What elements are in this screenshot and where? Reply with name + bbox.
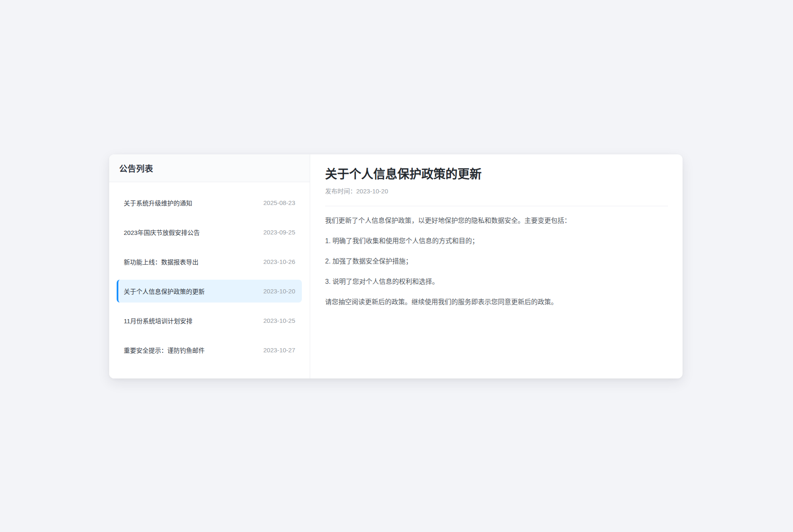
publish-time-value: 2023-10-20 <box>356 188 388 195</box>
announcement-item-title: 11月份系统培训计划安排 <box>124 316 193 325</box>
announcement-item[interactable]: 2023年国庆节放假安排公告 2023-09-25 <box>117 221 302 244</box>
announcement-sidebar: 公告列表 关于系统升级维护的通知 2025-08-23 2023年国庆节放假安排… <box>109 154 310 378</box>
announcement-item-date: 2023-10-26 <box>263 258 295 265</box>
publish-time-meta: 发布时间：2023-10-20 <box>325 186 668 195</box>
announcement-item-date: 2023-10-27 <box>263 347 295 354</box>
detail-paragraph: 请您抽空阅读更新后的政策。继续使用我们的服务即表示您同意更新后的政策。 <box>325 296 668 308</box>
sidebar-header: 公告列表 <box>109 154 310 182</box>
detail-paragraph: 我们更新了个人信息保护政策，以更好地保护您的隐私和数据安全。主要变更包括： <box>325 215 668 227</box>
announcement-item-title: 2023年国庆节放假安排公告 <box>124 228 200 237</box>
announcement-item-date: 2023-09-25 <box>263 229 295 236</box>
announcement-item-title: 重要安全提示：谨防钓鱼邮件 <box>124 346 205 354</box>
announcement-list: 关于系统升级维护的通知 2025-08-23 2023年国庆节放假安排公告 20… <box>109 182 310 361</box>
detail-paragraph: 3. 说明了您对个人信息的权利和选择。 <box>325 276 668 288</box>
publish-time-label: 发布时间： <box>325 188 356 195</box>
detail-paragraph: 2. 加强了数据安全保护措施； <box>325 256 668 267</box>
announcement-item-date: 2023-10-20 <box>263 288 295 295</box>
announcement-item[interactable]: 11月份系统培训计划安排 2023-10-25 <box>117 309 302 332</box>
detail-divider <box>325 206 668 206</box>
announcement-card: 公告列表 关于系统升级维护的通知 2025-08-23 2023年国庆节放假安排… <box>109 154 683 378</box>
detail-body: 我们更新了个人信息保护政策，以更好地保护您的隐私和数据安全。主要变更包括： 1.… <box>325 215 668 308</box>
announcement-detail-panel: 关于个人信息保护政策的更新 发布时间：2023-10-20 我们更新了个人信息保… <box>310 154 683 378</box>
announcement-item-title: 新功能上线：数据报表导出 <box>124 257 198 266</box>
announcement-item[interactable]: 关于系统升级维护的通知 2025-08-23 <box>117 191 302 214</box>
detail-paragraph: 1. 明确了我们收集和使用您个人信息的方式和目的； <box>325 235 668 247</box>
sidebar-title: 公告列表 <box>119 162 153 174</box>
announcement-item-date: 2025-08-23 <box>263 199 295 206</box>
announcement-item-date: 2023-10-25 <box>263 317 295 324</box>
announcement-item[interactable]: 关于个人信息保护政策的更新 2023-10-20 <box>117 280 302 303</box>
detail-title: 关于个人信息保护政策的更新 <box>325 166 668 183</box>
announcement-item[interactable]: 新功能上线：数据报表导出 2023-10-26 <box>117 250 302 273</box>
announcement-item-title: 关于系统升级维护的通知 <box>124 198 192 207</box>
announcement-item[interactable]: 重要安全提示：谨防钓鱼邮件 2023-10-27 <box>117 339 302 361</box>
announcement-item-title: 关于个人信息保护政策的更新 <box>124 287 205 295</box>
